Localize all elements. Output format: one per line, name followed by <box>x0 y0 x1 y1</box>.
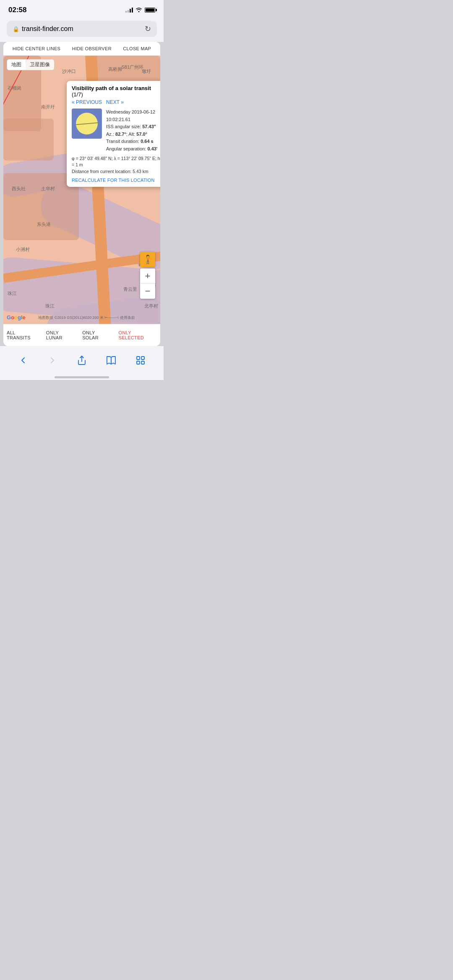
popup-coords: φ = 23° 03' 49.48" N; λ = 113° 22' 09.75… <box>72 155 160 175</box>
popup-az-alt: Az.: 82.7°; Alt: 57.0° <box>106 131 157 138</box>
hide-observer-button[interactable]: HIDE OBSERVER <box>72 46 112 51</box>
popup-time: 10:02:21.61 <box>106 116 157 124</box>
map-type-tabs: 地图 卫星图像 <box>7 59 55 70</box>
address-bar[interactable]: 🔒 transit-finder.com ↻ <box>7 21 157 37</box>
only-lunar-tab[interactable]: ONLY LUNAR <box>43 328 79 342</box>
map-controls: 🧍 + − <box>140 252 155 299</box>
map-attribution: 地图数据 ©2019 GS(2011)6020 200 米 ⊢——⊣ 使用条款 <box>38 315 135 321</box>
tabs-button[interactable] <box>131 351 150 370</box>
map-container[interactable]: 地图 卫星图像 沙冲口 高桥脚 墩圩 石榴岗 南开圩 西头社 土华村 东头港 小… <box>3 56 160 324</box>
popup-body: Wednesday 2019-06-12 10:02:21.61 ISS ang… <box>72 109 160 153</box>
pegman-button[interactable]: 🧍 <box>140 252 155 267</box>
browser-bar: 🔒 transit-finder.com ↻ <box>0 18 164 42</box>
ios-nav <box>0 346 164 373</box>
status-icons <box>125 7 155 13</box>
main-content: HIDE CENTER LINES HIDE OBSERVER CLOSE MA… <box>3 42 160 346</box>
svg-rect-4 <box>141 361 144 364</box>
lock-icon: 🔒 <box>13 26 19 32</box>
status-bar: 02:58 <box>0 0 164 18</box>
zoom-in-button[interactable]: + <box>140 269 155 284</box>
popup-title: Visibility path of a solar transit (1/7) <box>72 85 160 98</box>
back-button[interactable] <box>14 351 32 370</box>
svg-rect-2 <box>141 357 144 359</box>
popup-iss-size: ISS angular size: 57.43" <box>106 123 157 131</box>
popup-transit-image <box>72 109 102 139</box>
popup-previous-button[interactable]: « PREVIOUS <box>72 99 102 105</box>
share-button[interactable] <box>73 351 91 370</box>
zoom-out-button[interactable]: − <box>140 284 155 299</box>
signal-icon <box>125 8 133 13</box>
only-selected-tab[interactable]: ONLY SELECTED <box>115 328 160 342</box>
google-logo: Google <box>7 314 26 321</box>
map-toolbar: HIDE CENTER LINES HIDE OBSERVER CLOSE MA… <box>3 42 160 56</box>
all-transits-tab[interactable]: ALL TRANSITS <box>3 328 43 342</box>
bookmarks-button[interactable] <box>102 351 120 370</box>
close-map-button[interactable]: CLOSE MAP <box>123 46 151 51</box>
forward-button[interactable] <box>43 351 62 370</box>
address-url: transit-finder.com <box>22 25 73 33</box>
refresh-button[interactable]: ↻ <box>145 24 151 34</box>
popup-details: Wednesday 2019-06-12 10:02:21.61 ISS ang… <box>106 109 157 153</box>
status-time: 02:58 <box>8 6 26 14</box>
map-tab-map[interactable]: 地图 <box>7 59 26 70</box>
wifi-icon <box>135 7 142 13</box>
bottom-tabs: ALL TRANSITS ONLY LUNAR ONLY SOLAR ONLY … <box>3 324 160 346</box>
battery-icon <box>145 8 155 13</box>
popup-recalculate-button[interactable]: RECALCULATE FOR THIS LOCATION <box>72 178 160 183</box>
popup-angular-sep: Angular separation: 0.43' <box>106 145 157 153</box>
only-solar-tab[interactable]: ONLY SOLAR <box>79 328 115 342</box>
hide-center-lines-button[interactable]: HIDE CENTER LINES <box>13 46 61 51</box>
land-patch-2 <box>3 119 54 160</box>
home-indicator <box>0 373 164 380</box>
pegman-icon: 🧍 <box>143 254 153 264</box>
zoom-controls: + − <box>140 269 155 299</box>
home-bar <box>55 376 109 378</box>
popup-next-button[interactable]: NEXT » <box>106 99 124 105</box>
map-tab-satellite[interactable]: 卫星图像 <box>26 59 54 70</box>
transit-popup: × Visibility path of a solar transit (1/… <box>67 81 160 187</box>
popup-date: Wednesday 2019-06-12 <box>106 109 157 116</box>
popup-navigation: « PREVIOUS NEXT » <box>72 99 160 105</box>
svg-rect-1 <box>137 357 140 359</box>
popup-transit-dur: Transit duration: 0.64 s <box>106 138 157 145</box>
svg-rect-3 <box>137 361 140 364</box>
